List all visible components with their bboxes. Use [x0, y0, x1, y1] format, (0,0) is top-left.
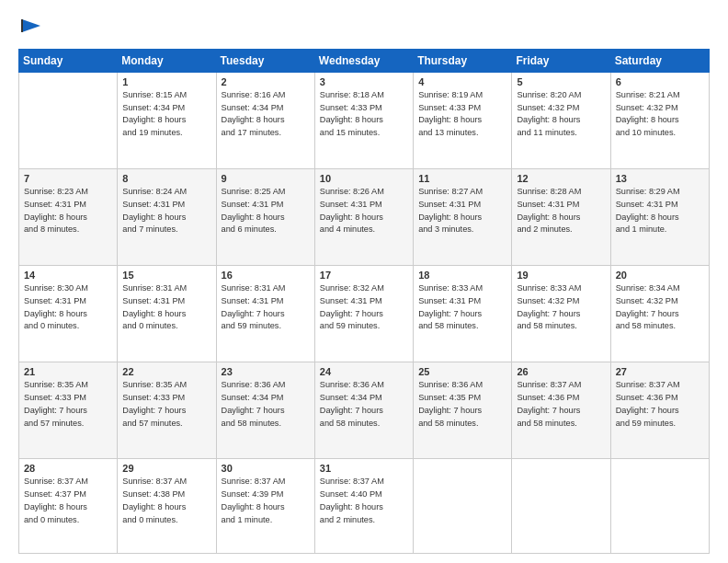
calendar-cell: 20Sunrise: 8:34 AM Sunset: 4:32 PM Dayli…: [610, 266, 709, 362]
cell-info: Sunrise: 8:35 AM Sunset: 4:33 PM Dayligh…: [122, 379, 210, 430]
cell-info: Sunrise: 8:29 AM Sunset: 4:31 PM Dayligh…: [616, 186, 704, 236]
day-number: 21: [24, 366, 112, 377]
calendar-cell: 6Sunrise: 8:21 AM Sunset: 4:32 PM Daylig…: [610, 72, 709, 168]
calendar-cell: 9Sunrise: 8:25 AM Sunset: 4:31 PM Daylig…: [216, 168, 314, 265]
day-number: 31: [320, 463, 408, 474]
cell-info: Sunrise: 8:32 AM Sunset: 4:31 PM Dayligh…: [320, 282, 408, 333]
cell-info: Sunrise: 8:23 AM Sunset: 4:31 PM Dayligh…: [24, 186, 112, 236]
calendar-cell: 19Sunrise: 8:33 AM Sunset: 4:32 PM Dayli…: [512, 266, 610, 362]
cell-info: Sunrise: 8:20 AM Sunset: 4:32 PM Dayligh…: [517, 89, 605, 140]
cell-info: Sunrise: 8:37 AM Sunset: 4:36 PM Dayligh…: [616, 379, 704, 430]
calendar-cell: 18Sunrise: 8:33 AM Sunset: 4:31 PM Dayli…: [414, 266, 512, 362]
svg-marker-0: [22, 19, 40, 32]
day-number: 14: [24, 270, 112, 281]
weekday-friday: Friday: [512, 49, 610, 72]
calendar-cell: 23Sunrise: 8:36 AM Sunset: 4:34 PM Dayli…: [216, 362, 314, 459]
calendar-cell: 24Sunrise: 8:36 AM Sunset: 4:34 PM Dayli…: [314, 362, 413, 459]
calendar-cell: 5Sunrise: 8:20 AM Sunset: 4:32 PM Daylig…: [512, 72, 610, 168]
calendar-cell: 14Sunrise: 8:30 AM Sunset: 4:31 PM Dayli…: [19, 266, 118, 362]
calendar-cell: 7Sunrise: 8:23 AM Sunset: 4:31 PM Daylig…: [19, 168, 118, 265]
cell-info: Sunrise: 8:37 AM Sunset: 4:39 PM Dayligh…: [222, 476, 310, 526]
cell-info: Sunrise: 8:24 AM Sunset: 4:31 PM Dayligh…: [122, 186, 210, 236]
weekday-wednesday: Wednesday: [314, 49, 413, 72]
weekday-sunday: Sunday: [19, 49, 118, 72]
day-number: 12: [517, 173, 605, 184]
header: [18, 15, 710, 41]
calendar-cell: [19, 72, 118, 168]
calendar-cell: 11Sunrise: 8:27 AM Sunset: 4:31 PM Dayli…: [414, 168, 512, 265]
day-number: 23: [222, 366, 310, 377]
day-number: 20: [616, 270, 704, 281]
calendar-cell: 15Sunrise: 8:31 AM Sunset: 4:31 PM Dayli…: [118, 266, 216, 362]
calendar-cell: 12Sunrise: 8:28 AM Sunset: 4:31 PM Dayli…: [512, 168, 610, 265]
day-number: 4: [418, 76, 506, 87]
calendar-cell: 27Sunrise: 8:37 AM Sunset: 4:36 PM Dayli…: [610, 362, 709, 459]
day-number: 1: [122, 76, 210, 87]
calendar-table: SundayMondayTuesdayWednesdayThursdayFrid…: [18, 49, 710, 554]
day-number: 11: [418, 173, 506, 184]
calendar-cell: 4Sunrise: 8:19 AM Sunset: 4:33 PM Daylig…: [414, 72, 512, 168]
calendar-cell: 16Sunrise: 8:31 AM Sunset: 4:31 PM Dayli…: [216, 266, 314, 362]
cell-info: Sunrise: 8:30 AM Sunset: 4:31 PM Dayligh…: [24, 282, 112, 333]
cell-info: Sunrise: 8:18 AM Sunset: 4:33 PM Dayligh…: [320, 89, 408, 140]
calendar-cell: 3Sunrise: 8:18 AM Sunset: 4:33 PM Daylig…: [314, 72, 413, 168]
day-number: 29: [122, 463, 210, 474]
day-number: 13: [616, 173, 704, 184]
weekday-tuesday: Tuesday: [216, 49, 314, 72]
day-number: 2: [222, 76, 310, 87]
cell-info: Sunrise: 8:31 AM Sunset: 4:31 PM Dayligh…: [222, 282, 310, 333]
day-number: 30: [222, 463, 310, 474]
cell-info: Sunrise: 8:36 AM Sunset: 4:34 PM Dayligh…: [222, 379, 310, 430]
cell-info: Sunrise: 8:27 AM Sunset: 4:31 PM Dayligh…: [418, 186, 506, 236]
cell-info: Sunrise: 8:36 AM Sunset: 4:34 PM Dayligh…: [320, 379, 408, 430]
calendar-cell: 21Sunrise: 8:35 AM Sunset: 4:33 PM Dayli…: [19, 362, 118, 459]
cell-info: Sunrise: 8:37 AM Sunset: 4:38 PM Dayligh…: [122, 476, 210, 526]
cell-info: Sunrise: 8:35 AM Sunset: 4:33 PM Dayligh…: [24, 379, 112, 430]
day-number: 7: [24, 173, 112, 184]
day-number: 10: [320, 173, 408, 184]
day-number: 25: [418, 366, 506, 377]
cell-info: Sunrise: 8:33 AM Sunset: 4:32 PM Dayligh…: [517, 282, 605, 333]
calendar-cell: 8Sunrise: 8:24 AM Sunset: 4:31 PM Daylig…: [118, 168, 216, 265]
day-number: 6: [616, 76, 704, 87]
cell-info: Sunrise: 8:26 AM Sunset: 4:31 PM Dayligh…: [320, 186, 408, 236]
weekday-thursday: Thursday: [414, 49, 512, 72]
calendar-cell: 17Sunrise: 8:32 AM Sunset: 4:31 PM Dayli…: [314, 266, 413, 362]
calendar-cell: 31Sunrise: 8:37 AM Sunset: 4:40 PM Dayli…: [314, 459, 413, 554]
calendar-cell: 28Sunrise: 8:37 AM Sunset: 4:37 PM Dayli…: [19, 459, 118, 554]
day-number: 27: [616, 366, 704, 377]
day-number: 18: [418, 270, 506, 281]
cell-info: Sunrise: 8:28 AM Sunset: 4:31 PM Dayligh…: [517, 186, 605, 236]
day-number: 5: [517, 76, 605, 87]
day-number: 8: [122, 173, 210, 184]
cell-info: Sunrise: 8:19 AM Sunset: 4:33 PM Dayligh…: [418, 89, 506, 140]
weekday-header-row: SundayMondayTuesdayWednesdayThursdayFrid…: [19, 49, 710, 72]
logo: [18, 15, 42, 41]
calendar-cell: 10Sunrise: 8:26 AM Sunset: 4:31 PM Dayli…: [314, 168, 413, 265]
day-number: 19: [517, 270, 605, 281]
day-number: 3: [320, 76, 408, 87]
page: SundayMondayTuesdayWednesdayThursdayFrid…: [0, 0, 728, 563]
day-number: 22: [122, 366, 210, 377]
weekday-saturday: Saturday: [610, 49, 709, 72]
cell-info: Sunrise: 8:36 AM Sunset: 4:35 PM Dayligh…: [418, 379, 506, 430]
calendar-cell: 25Sunrise: 8:36 AM Sunset: 4:35 PM Dayli…: [414, 362, 512, 459]
calendar-cell: 30Sunrise: 8:37 AM Sunset: 4:39 PM Dayli…: [216, 459, 314, 554]
calendar-cell: [610, 459, 709, 554]
calendar-cell: 13Sunrise: 8:29 AM Sunset: 4:31 PM Dayli…: [610, 168, 709, 265]
logo-flag-icon: [20, 15, 42, 37]
calendar-cell: 2Sunrise: 8:16 AM Sunset: 4:34 PM Daylig…: [216, 72, 314, 168]
day-number: 24: [320, 366, 408, 377]
cell-info: Sunrise: 8:31 AM Sunset: 4:31 PM Dayligh…: [122, 282, 210, 333]
day-number: 26: [517, 366, 605, 377]
calendar-cell: 1Sunrise: 8:15 AM Sunset: 4:34 PM Daylig…: [118, 72, 216, 168]
cell-info: Sunrise: 8:34 AM Sunset: 4:32 PM Dayligh…: [616, 282, 704, 333]
calendar-cell: 26Sunrise: 8:37 AM Sunset: 4:36 PM Dayli…: [512, 362, 610, 459]
cell-info: Sunrise: 8:37 AM Sunset: 4:36 PM Dayligh…: [517, 379, 605, 430]
cell-info: Sunrise: 8:37 AM Sunset: 4:37 PM Dayligh…: [24, 476, 112, 526]
day-number: 28: [24, 463, 112, 474]
weekday-monday: Monday: [118, 49, 216, 72]
cell-info: Sunrise: 8:25 AM Sunset: 4:31 PM Dayligh…: [222, 186, 310, 236]
cell-info: Sunrise: 8:16 AM Sunset: 4:34 PM Dayligh…: [222, 89, 310, 140]
cell-info: Sunrise: 8:33 AM Sunset: 4:31 PM Dayligh…: [418, 282, 506, 333]
